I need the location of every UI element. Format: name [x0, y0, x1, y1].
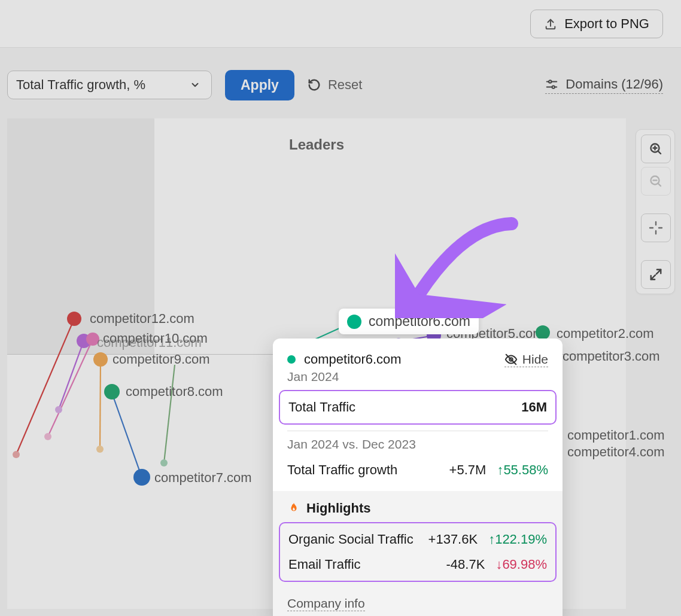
- datapoint-tooltip: competitor6.com Hide Jan 2024 Total Traf…: [273, 339, 563, 616]
- tooltip-domain: competitor6.com: [287, 352, 402, 367]
- domains-filter-label: Domains (12/96): [566, 77, 663, 92]
- chart-zoom-panel: [636, 129, 675, 294]
- reset-button[interactable]: Reset: [308, 77, 362, 93]
- data-point-small: [160, 459, 168, 466]
- data-label: competitor11.com: [97, 335, 202, 350]
- sliders-icon: [545, 78, 558, 91]
- data-point-dot: [347, 315, 361, 329]
- svg-line-9: [112, 393, 142, 477]
- growth-absolute: +5.7M: [449, 462, 487, 478]
- data-label: competitor9.com: [113, 352, 210, 367]
- highlighted-data-label: competitor6.com: [369, 313, 470, 330]
- divider: [287, 431, 548, 431]
- svg-point-1: [549, 80, 551, 83]
- data-label: competitor4.com: [567, 444, 665, 460]
- svg-line-17: [658, 184, 661, 186]
- tooltip-period: Jan 2024: [287, 370, 548, 384]
- metric-dropdown-label: Total Traffic growth, %: [16, 77, 145, 93]
- hl1-absolute: +137.6K: [428, 532, 478, 547]
- highlight-row: Organic Social Traffic +137.6K ↑122.19%: [288, 527, 547, 552]
- highlights-panel: Highlights Organic Social Traffic +137.6…: [273, 491, 563, 616]
- growth-row: Total Traffic growth +5.7M ↑55.58%: [287, 458, 548, 483]
- hl2-label: Email Traffic: [288, 557, 361, 572]
- upload-icon: [544, 17, 557, 31]
- reset-label: Reset: [328, 77, 362, 93]
- hl2-percent: ↓69.98%: [495, 557, 547, 572]
- domains-filter-link[interactable]: Domains (12/96): [545, 77, 663, 94]
- export-png-label: Export to PNG: [564, 16, 649, 32]
- chart-section-title: Leaders: [7, 136, 626, 153]
- svg-line-8: [164, 365, 175, 463]
- data-label: competitor2.com: [557, 326, 654, 341]
- refresh-icon: [308, 78, 321, 92]
- data-point[interactable]: [133, 469, 150, 486]
- highlight-row: Email Traffic -48.7K ↓69.98%: [288, 552, 547, 577]
- hide-domain-button[interactable]: Hide: [504, 352, 548, 367]
- fire-icon: [287, 502, 300, 515]
- eye-off-icon: [504, 353, 518, 366]
- export-png-button[interactable]: Export to PNG: [530, 10, 663, 38]
- company-info-label: Company info: [287, 596, 365, 610]
- zoom-out-button[interactable]: [641, 167, 671, 196]
- data-point-small: [13, 451, 20, 458]
- data-point[interactable]: [536, 325, 550, 340]
- apply-label: Apply: [241, 77, 279, 93]
- zoom-in-icon: [649, 142, 663, 156]
- tooltip-compare-period: Jan 2024 vs. Dec 2023: [287, 437, 548, 452]
- highlighted-metric-row: Total Traffic 16M: [279, 390, 557, 425]
- data-label: competitor1.com: [567, 428, 665, 443]
- controls-row: Total Traffic growth, % Apply Reset Doma…: [7, 67, 663, 103]
- hl1-label: Organic Social Traffic: [288, 532, 414, 547]
- highlights-label: Highlights: [306, 501, 371, 516]
- svg-line-7: [100, 359, 101, 449]
- highlighted-data-point[interactable]: competitor6.com: [339, 309, 479, 334]
- growth-percent: ↑55.58%: [497, 462, 548, 478]
- chevron-down-icon: [190, 80, 200, 90]
- data-label: competitor3.com: [563, 349, 660, 364]
- crosshair-icon: [649, 221, 663, 235]
- zoom-out-icon: [649, 174, 663, 188]
- expand-icon: [649, 268, 662, 281]
- total-traffic-label: Total Traffic: [288, 400, 355, 415]
- metric-dropdown[interactable]: Total Traffic growth, %: [7, 71, 212, 99]
- data-point[interactable]: [104, 384, 120, 400]
- topbar: Export to PNG: [0, 0, 681, 48]
- fullscreen-button[interactable]: [641, 260, 671, 289]
- highlighted-metrics-box: Organic Social Traffic +137.6K ↑122.19% …: [279, 522, 557, 582]
- data-label: competitor7.com: [154, 470, 252, 486]
- growth-label: Total Traffic growth: [287, 462, 397, 478]
- data-point-small: [44, 433, 51, 440]
- svg-line-13: [658, 151, 661, 154]
- hl2-absolute: -48.7K: [446, 557, 485, 572]
- tooltip-domain-label: competitor6.com: [304, 352, 402, 367]
- apply-button[interactable]: Apply: [225, 70, 294, 100]
- zoom-in-button[interactable]: [641, 135, 671, 163]
- company-info-link[interactable]: Company info: [287, 596, 365, 611]
- svg-point-3: [552, 86, 555, 88]
- data-point[interactable]: [67, 312, 81, 326]
- data-point-small: [96, 446, 104, 453]
- recenter-button[interactable]: [641, 214, 671, 242]
- data-label: competitor8.com: [126, 384, 223, 400]
- hide-label: Hide: [522, 352, 548, 367]
- data-point-small: [55, 406, 62, 413]
- total-traffic-value: 16M: [521, 400, 547, 415]
- data-label: competitor12.com: [90, 311, 194, 327]
- hl1-percent: ↑122.19%: [488, 532, 547, 547]
- domain-color-dot: [287, 355, 296, 364]
- data-point[interactable]: [93, 352, 108, 367]
